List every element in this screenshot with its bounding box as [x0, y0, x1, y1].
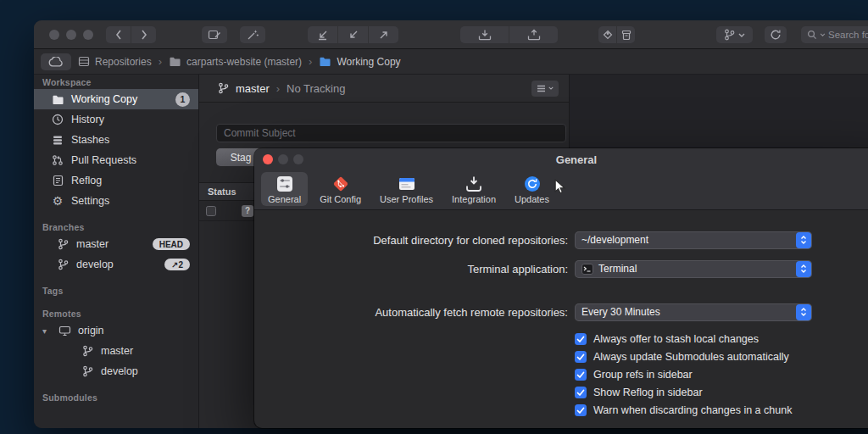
sidebar-item-label: Working Copy — [71, 93, 137, 105]
sidebar-item-label: Settings — [71, 195, 109, 207]
sidebar-item-label: master — [76, 238, 108, 250]
stashes-icon — [51, 135, 64, 146]
view-options-button[interactable] — [531, 81, 559, 97]
commit-subject-input[interactable] — [216, 124, 566, 142]
sidebar-item-pull-requests[interactable]: Pull Requests — [34, 150, 198, 170]
user-profiles-icon — [398, 175, 416, 193]
tag-button[interactable] — [598, 26, 616, 43]
screenshot-stage: Search fo Repositories › carparts-websit… — [0, 0, 868, 434]
breadcrumb-repositories[interactable]: Repositories — [78, 56, 152, 68]
sidebar-branch-develop[interactable]: develop ↗2 — [34, 254, 198, 275]
tab-general[interactable]: General — [261, 172, 308, 206]
git-config-icon — [331, 175, 350, 193]
zoom-window-button[interactable] — [83, 30, 93, 40]
dialog-titlebar: General — [254, 148, 868, 170]
tracking-status-label: No Tracking — [287, 82, 345, 95]
dialog-title: General — [556, 153, 597, 166]
checkbox-row-group-refs[interactable]: Group refs in sidebar — [575, 368, 868, 381]
checkbox-checked-icon[interactable] — [575, 369, 587, 381]
sidebar-branch-master[interactable]: master HEAD — [34, 234, 198, 254]
sidebar-item-settings[interactable]: ⚙ Settings — [34, 191, 198, 211]
close-window-button[interactable] — [49, 30, 59, 40]
checkbox-checked-icon[interactable] — [575, 333, 587, 345]
ahead-badge: ↗2 — [164, 259, 190, 270]
sidebar-item-history[interactable]: History — [34, 109, 198, 130]
branch-menu-button[interactable] — [716, 26, 753, 43]
pull-button[interactable] — [308, 26, 337, 43]
auto-stage-button[interactable] — [240, 26, 265, 43]
tab-git-config[interactable]: Git Config — [313, 172, 368, 206]
sidebar-remote-origin[interactable]: ▾ origin — [34, 320, 198, 341]
sidebar-remote-branch-develop[interactable]: develop — [34, 361, 198, 381]
dropdown-value: Every 30 Minutes — [581, 306, 660, 318]
breadcrumb-repo[interactable]: carparts-website (master) — [169, 56, 302, 68]
dialog-minimize-button[interactable] — [278, 154, 288, 164]
git-branch-icon — [81, 365, 94, 377]
refresh-button[interactable] — [765, 26, 787, 43]
list-view-icon — [537, 85, 546, 92]
archive-button[interactable] — [617, 26, 635, 43]
clone-directory-dropdown[interactable]: ~/development — [575, 231, 812, 249]
push-button[interactable] — [369, 26, 398, 43]
auto-fetch-dropdown[interactable]: Every 30 Minutes — [575, 303, 812, 321]
terminal-app-dropdown[interactable]: Terminal — [575, 260, 812, 278]
sidebar-item-stashes[interactable]: Stashes — [34, 130, 198, 150]
chevron-left-icon — [115, 30, 122, 40]
checkbox-label: Group refs in sidebar — [593, 369, 693, 381]
stash-button[interactable] — [460, 26, 509, 43]
commit-button[interactable] — [202, 26, 227, 43]
sidebar-remote-branch-master[interactable]: master — [34, 341, 198, 361]
checkbox-label: Always offer to stash local changes — [593, 333, 759, 345]
sidebar-item-reflog[interactable]: Reflog — [34, 170, 198, 191]
checkbox-checked-icon[interactable] — [575, 404, 587, 416]
checkbox-checked-icon[interactable] — [575, 387, 587, 398]
remote-icon — [58, 326, 71, 337]
dropdown-arrows-icon — [796, 232, 811, 248]
checkbox-label: Warn when discarding changes in a chunk — [593, 404, 792, 416]
gear-icon: ⚙ — [51, 195, 64, 207]
checkbox-label: Always update Submodules automatically — [593, 351, 789, 363]
sidebar-section-remotes: Remotes — [34, 308, 198, 320]
journal-icon — [51, 175, 64, 186]
back-button[interactable] — [106, 26, 131, 43]
search-input[interactable]: Search fo — [801, 26, 868, 43]
fetch-button[interactable] — [338, 26, 368, 43]
tab-label: Git Config — [320, 194, 361, 204]
terminal-app-label: Terminal application: — [254, 263, 568, 275]
breadcrumb-working-copy[interactable]: Working Copy — [319, 56, 400, 68]
cloud-icon — [48, 57, 64, 67]
pull-arrow-icon — [317, 30, 329, 41]
checkbox-checked-icon[interactable] — [575, 351, 587, 363]
sidebar-item-working-copy[interactable]: Working Copy 1 — [34, 89, 198, 109]
dialog-zoom-button[interactable] — [293, 154, 303, 164]
breadcrumb: Repositories › carparts-website (master)… — [34, 49, 868, 75]
search-icon — [807, 30, 817, 40]
sidebar-item-label: develop — [76, 259, 114, 270]
untracked-status-badge: ? — [242, 205, 253, 217]
discard-button[interactable] — [509, 26, 558, 43]
clone-directory-label: Default directory for cloned repositorie… — [254, 234, 568, 247]
checkbox-row-warn-discard[interactable]: Warn when discarding changes in a chunk — [575, 403, 868, 417]
breadcrumb-separator: › — [159, 55, 162, 68]
checkbox-row-update-submodules[interactable]: Always update Submodules automatically — [575, 350, 868, 364]
file-checkbox[interactable] — [206, 206, 216, 216]
checkbox-row-stash-local[interactable]: Always offer to stash local changes — [575, 332, 868, 346]
sidebar-item-label: History — [71, 114, 104, 125]
folder-icon — [169, 56, 181, 67]
remote-accounts-button[interactable] — [41, 53, 71, 70]
tab-updates[interactable]: Updates — [508, 172, 556, 206]
forward-button[interactable] — [131, 26, 156, 43]
dialog-close-button[interactable] — [263, 154, 273, 164]
disclosure-triangle-icon[interactable]: ▾ — [42, 326, 51, 336]
terminal-icon — [581, 264, 593, 275]
tab-integration[interactable]: Integration — [445, 172, 503, 206]
minimize-window-button[interactable] — [66, 30, 76, 40]
folder-icon — [51, 94, 64, 105]
git-branch-icon — [81, 345, 94, 357]
tab-user-profiles[interactable]: User Profiles — [373, 172, 440, 206]
tab-label: User Profiles — [380, 194, 433, 204]
checkbox-row-show-reflog[interactable]: Show Reflog in sidebar — [575, 386, 868, 399]
dropdown-value: Terminal — [598, 263, 637, 275]
fetch-arrow-icon — [348, 30, 359, 41]
search-scope-chevron-icon — [820, 33, 826, 36]
